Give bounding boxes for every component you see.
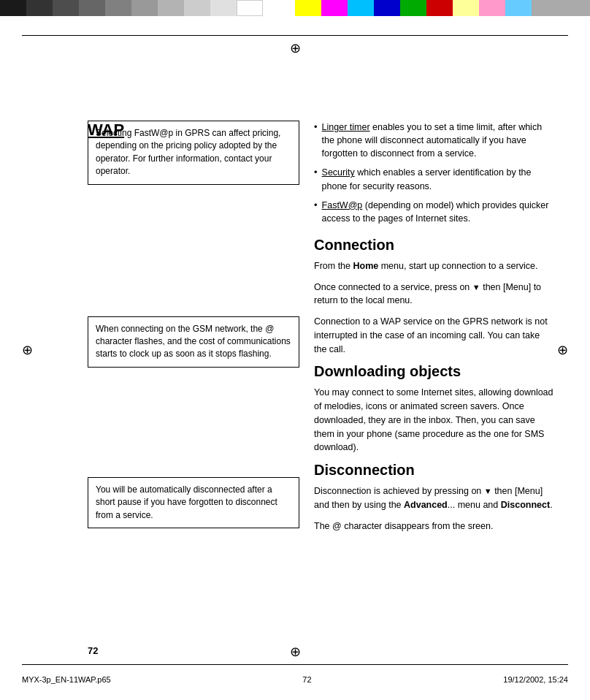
downloading-p1: You may connect to some Internet sites, … bbox=[314, 386, 553, 454]
bottom-crosshair: ⊕ bbox=[290, 644, 301, 660]
right-crosshair: ⊕ bbox=[557, 342, 568, 358]
linger-item-text: Linger timer enables you to set a time l… bbox=[322, 121, 553, 160]
linger-timer-link: Linger timer bbox=[322, 122, 370, 132]
footer: MYX-3p_EN-11WAP.p65 72 19/12/2002, 15:24 bbox=[22, 675, 568, 684]
color-block-magenta bbox=[321, 0, 348, 16]
color-block-9 bbox=[210, 0, 237, 16]
list-item-linger: • Linger timer enables you to set a time… bbox=[314, 121, 553, 160]
fastwap-link: FastW@p bbox=[322, 200, 363, 210]
disconnection-p2: The @ character disappears from the sree… bbox=[314, 520, 553, 533]
bullet-1: • bbox=[314, 121, 318, 134]
color-block-2 bbox=[26, 0, 53, 16]
color-block-8 bbox=[184, 0, 210, 16]
color-block-4 bbox=[79, 0, 105, 16]
footer-page: 72 bbox=[302, 675, 311, 684]
connection-p2: Once connected to a service, press on ▼ … bbox=[314, 281, 553, 308]
left-crosshair: ⊕ bbox=[22, 342, 33, 358]
color-block-1 bbox=[0, 0, 26, 16]
bullet-3: • bbox=[314, 199, 318, 213]
page-border-bottom bbox=[22, 664, 568, 665]
color-block-red bbox=[426, 0, 453, 16]
note-box-3: You will be automatically disconnected a… bbox=[88, 477, 299, 528]
color-block-gap bbox=[263, 0, 295, 16]
color-block-7 bbox=[158, 0, 184, 16]
connection-p1: From the Home menu, start up connection … bbox=[314, 259, 553, 273]
security-link: Security bbox=[322, 167, 355, 178]
downloading-heading: Downloading objects bbox=[314, 363, 553, 380]
color-block-green bbox=[400, 0, 426, 16]
list-item-security: • Security which enables a server identi… bbox=[314, 166, 553, 192]
color-block-lightblue bbox=[505, 0, 532, 16]
footer-date: 19/12/2002, 15:24 bbox=[503, 675, 568, 684]
top-crosshair: ⊕ bbox=[290, 40, 301, 56]
color-block-cyan bbox=[348, 0, 374, 16]
color-block-blue bbox=[374, 0, 400, 16]
connection-heading: Connection bbox=[314, 237, 553, 254]
list-item-fastwap: • FastW@p (depending on model) which pro… bbox=[314, 199, 553, 225]
color-block-gray bbox=[532, 0, 590, 16]
disconnection-p1: Disconnection is achieved by pressing on… bbox=[314, 484, 553, 512]
note-box-1: Selecting FastW@p in GPRS can affect pri… bbox=[88, 121, 299, 185]
security-item-text: Security which enables a server identifi… bbox=[322, 166, 553, 192]
home-bold: Home bbox=[353, 261, 379, 271]
bullet-2: • bbox=[314, 166, 318, 180]
page-number: 72 bbox=[88, 645, 98, 656]
color-block-lightpink bbox=[479, 0, 505, 16]
color-block-6 bbox=[131, 0, 158, 16]
right-column: • Linger timer enables you to set a time… bbox=[299, 121, 553, 634]
fastwap-item-text: FastW@p (depending on model) which provi… bbox=[322, 199, 553, 225]
color-block-3 bbox=[53, 0, 79, 16]
down-arrow-2: ▼ bbox=[484, 485, 492, 498]
color-block-5 bbox=[105, 0, 131, 16]
connection-p3: Connection to a WAP service on the GPRS … bbox=[314, 315, 553, 356]
disconnect-bold: Disconnect bbox=[501, 500, 550, 510]
disconnection-heading: Disconnection bbox=[314, 462, 553, 479]
advanced-bold: Advanced bbox=[404, 500, 448, 510]
color-strip bbox=[0, 0, 590, 16]
features-list: • Linger timer enables you to set a time… bbox=[314, 121, 553, 225]
footer-filename: MYX-3p_EN-11WAP.p65 bbox=[22, 675, 111, 684]
page-border-top bbox=[22, 35, 568, 36]
color-block-lightyellow bbox=[453, 0, 479, 16]
color-block-10 bbox=[237, 0, 263, 16]
color-block-yellow bbox=[295, 0, 321, 16]
down-arrow-1: ▼ bbox=[472, 281, 480, 294]
left-column: Selecting FastW@p in GPRS can affect pri… bbox=[88, 121, 299, 634]
note-box-2: When connecting on the GSM network, the … bbox=[88, 316, 299, 368]
